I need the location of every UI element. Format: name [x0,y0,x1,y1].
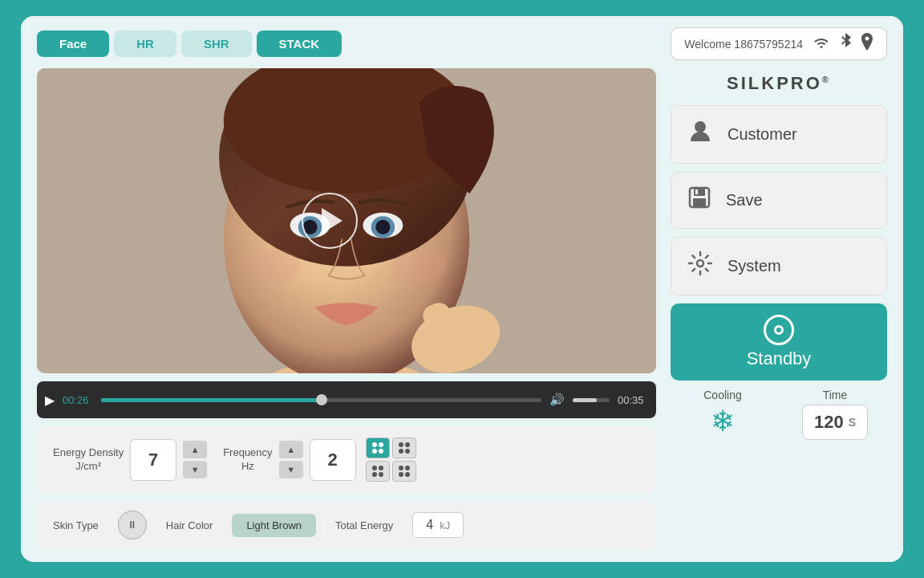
save-label: Save [726,191,763,210]
svg-rect-19 [693,198,706,207]
volume-bar[interactable] [573,398,610,402]
snowflake-icon: ❄ [711,405,735,438]
volume-fill [573,398,597,402]
svg-point-11 [375,220,390,234]
svg-rect-20 [695,189,698,194]
standby-icon [764,315,794,345]
bluetooth-icon [840,33,851,55]
brand-logo: SILKPRO® [671,68,887,97]
skin-type-label: Skin Type [53,519,99,531]
left-panel: ▶ 00:26 🔊 00:35 Energy Density J/cm² [37,68,656,551]
standby-label: Standby [747,348,812,369]
save-icon [687,185,711,215]
standby-button[interactable]: Standby [671,303,887,381]
customer-label: Customer [727,125,797,144]
welcome-text: Welcome 18675795214 [684,38,803,51]
system-label: System [727,257,781,275]
customer-icon [687,119,713,150]
location-icon [861,33,873,55]
video-area [37,68,656,373]
total-energy-value: 4 [426,518,433,532]
standby-inner-circle [774,325,784,335]
system-button[interactable]: System [671,237,887,295]
freq-dot-1[interactable] [366,438,390,458]
header-right: Welcome 18675795214 [671,27,887,60]
play-pause-button[interactable]: ▶ [45,393,55,408]
svg-point-16 [695,121,706,132]
hair-color-label: Hair Color [166,519,213,531]
header: Face HR SHR STACK Welcome 18675795214 [21,16,903,68]
time-total: 00:35 [618,394,648,406]
save-button[interactable]: Save [671,172,887,229]
play-button-circle[interactable] [302,193,358,249]
time-label: Time [823,389,848,401]
energy-density-value[interactable]: 7 [130,439,176,481]
volume-icon[interactable]: 🔊 [549,393,565,407]
total-energy-label: Total Energy [335,519,393,531]
energy-density-label: Energy Density J/cm² [53,446,124,474]
progress-thumb [316,394,327,405]
progress-fill [101,398,322,402]
controls-row: Energy Density J/cm² 7 ▲ ▼ Frequency Hz [37,426,656,493]
tab-bar: Face HR SHR STACK [37,31,342,57]
system-icon [687,250,713,282]
freq-dot-4[interactable] [392,461,416,482]
play-icon [322,208,342,234]
frequency-arrows-left: ▲ ▼ [279,441,303,478]
total-energy-unit: kJ [440,519,450,531]
freq-dot-2[interactable] [392,438,416,458]
time-value: 120 [814,412,844,433]
svg-point-13 [392,250,447,283]
video-controls: ▶ 00:26 🔊 00:35 [37,381,656,418]
energy-density-group: Energy Density J/cm² 7 ▲ ▼ [53,439,207,481]
freq-dot-3[interactable] [366,461,390,482]
frequency-dots [366,438,416,482]
svg-point-12 [246,250,301,283]
cooling-box: Cooling ❄ [671,389,775,438]
skin-type-button[interactable]: II [118,511,147,539]
frequency-value[interactable]: 2 [310,439,356,481]
time-unit: S [849,416,856,429]
cooling-label: Cooling [703,389,741,401]
bottom-row: Skin Type II Hair Color Light Brown Tota… [37,501,656,549]
tab-face[interactable]: Face [37,31,109,57]
total-energy-value-box: 4 kJ [412,512,464,538]
frequency-label: Frequency Hz [223,446,272,474]
customer-button[interactable]: Customer [671,105,887,164]
main-container: Face HR SHR STACK Welcome 18675795214 [21,16,903,562]
frequency-group: Frequency Hz ▲ ▼ 2 [223,438,415,482]
tab-stack[interactable]: STACK [257,31,342,57]
svg-point-21 [697,260,703,267]
energy-density-up[interactable]: ▲ [183,441,207,458]
video-placeholder [37,68,656,373]
energy-density-down[interactable]: ▼ [183,461,207,478]
progress-bar[interactable] [101,398,541,402]
energy-density-arrows: ▲ ▼ [183,441,207,478]
hair-color-button[interactable]: Light Brown [232,514,316,537]
right-panel: SILKPRO® Customer Save System [671,68,887,551]
time-box: Time 120 S [783,389,887,440]
tab-hr[interactable]: HR [114,31,176,57]
frequency-up[interactable]: ▲ [279,441,303,458]
tab-shr[interactable]: SHR [181,31,252,57]
time-value-row: 120 S [802,405,868,440]
cooling-time-row: Cooling ❄ Time 120 S [671,389,887,440]
body: ▶ 00:26 🔊 00:35 Energy Density J/cm² [21,68,903,562]
frequency-down[interactable]: ▼ [279,461,303,478]
wifi-icon [813,35,830,52]
time-current: 00:26 [63,394,93,406]
